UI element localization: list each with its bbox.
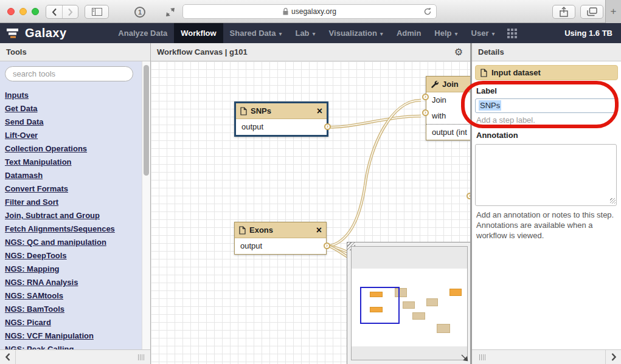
tool-section-link[interactable]: Fetch Alignments/Sequences [5,222,138,236]
minimap-content[interactable] [351,246,468,360]
node-title: Exons [249,225,273,235]
details-panel-title: Details [472,43,621,61]
storage-usage[interactable]: Using 1.6 TB [564,23,621,43]
fullscreen-button[interactable] [159,5,181,19]
tool-section-link[interactable]: NGS: Picard [5,316,138,329]
tool-section-link[interactable]: NGS: DeepTools [5,249,138,263]
annotation-field-wrap [475,143,617,208]
output-connector[interactable]: › [324,242,330,249]
canvas-header: Workflow Canvas | g101 ⚙ [151,43,470,61]
collapse-details-button[interactable] [605,350,621,364]
extension-1password-button[interactable]: 1 [129,5,151,19]
node-exons-header[interactable]: Exons × [235,222,326,238]
step-type-banner: Input dataset [475,65,618,80]
details-panel-body: Input dataset Label SNPs Add a step labe… [472,61,621,349]
step-label-input[interactable]: SNPs [475,98,617,113]
tool-section-link[interactable]: Text Manipulation [5,156,138,169]
annotation-help-text: Add an annotation or notes to this step.… [476,210,617,241]
sidebar-button[interactable] [85,5,109,19]
input-connector[interactable]: › [422,94,429,100]
share-button[interactable] [552,5,575,19]
tool-section-link[interactable]: NGS: Peak Calling [5,343,138,349]
tools-scrollbar-thumb[interactable] [144,65,149,176]
nav-item-visualization[interactable]: Visualization [322,23,390,43]
nav-item-shared-data[interactable]: Shared Data [223,23,289,43]
minimap-node [403,301,415,309]
node-join-header[interactable]: Join [426,77,470,92]
tool-section-link[interactable]: Convert Formats [5,182,138,196]
minimap-viewport[interactable] [360,287,400,324]
node-snps-header[interactable]: SNPs × [236,103,327,119]
file-icon [239,226,246,235]
details-footer-grip[interactable] [479,354,485,360]
address-bar[interactable]: usegalaxy.org [182,4,437,19]
nav-item-user[interactable]: User [465,23,502,43]
workflow-overview-minimap[interactable] [347,242,470,364]
nav-item-workflow[interactable]: Workflow [174,23,223,43]
nav-item-admin[interactable]: Admin [390,23,428,43]
tool-section-link[interactable]: Collection Operations [5,142,138,156]
tools-scrollbar-track[interactable] [142,61,150,349]
minimize-window-button[interactable] [19,8,27,15]
share-icon [560,7,568,17]
masthead-nav: Analyze DataWorkflowShared DataLabVisual… [111,23,501,43]
tool-section-link[interactable]: NGS: QC and manipulation [5,236,138,249]
refresh-button[interactable] [423,7,432,16]
tool-section-link[interactable]: Filter and Sort [5,196,138,209]
url-text: usegalaxy.org [291,7,336,16]
forward-button[interactable] [62,5,78,18]
collapse-tools-button[interactable] [0,350,16,364]
node-input-row: › with [426,108,470,124]
step-type-label: Input dataset [491,68,541,77]
tool-section-link[interactable]: Send Data [5,115,138,129]
lock-icon [283,8,288,15]
node-title: SNPs [251,106,271,115]
delete-node-icon[interactable]: × [316,225,322,235]
tools-footer-grip[interactable] [138,354,144,360]
output-connector[interactable]: › [324,123,331,130]
apps-grid-icon[interactable] [507,29,517,38]
tool-section-link[interactable]: NGS: VCF Manipulation [5,329,138,343]
annotation-textarea[interactable] [475,144,617,206]
tool-section-link[interactable]: NGS: BamTools [5,303,138,316]
zoom-window-button[interactable] [32,8,39,15]
nav-item-help[interactable]: Help [428,23,464,43]
close-window-button[interactable] [7,8,15,15]
tool-section-link[interactable]: Inputs [5,89,138,102]
input-label: with [432,111,446,120]
chevron-left-icon [5,353,10,361]
tool-section-link[interactable]: Join, Subtract and Group [5,209,138,222]
tool-section-link[interactable]: NGS: RNA Analysis [5,276,138,289]
workflow-canvas[interactable]: SNPs × output › Exons × output › [151,61,470,364]
plus-icon: + [611,5,617,18]
input-connector[interactable]: › [422,109,429,116]
minimap-resize-arrow-icon[interactable] [460,354,469,362]
file-icon [480,69,487,77]
node-snps[interactable]: SNPs × output › [234,101,328,137]
delete-node-icon[interactable]: × [317,106,322,116]
search-tools-input[interactable] [5,66,133,81]
workflow-options-gear-icon[interactable]: ⚙ [454,43,463,61]
nav-item-lab[interactable]: Lab [288,23,322,43]
node-join[interactable]: Join › Join › with output (int [426,76,470,140]
tool-section-link[interactable]: Get Data [5,102,138,115]
nav-item-analyze-data[interactable]: Analyze Data [111,23,174,43]
canvas-title: Workflow Canvas | g101 [157,47,248,57]
tool-section-link[interactable]: Datamash [5,169,138,182]
tabs-overview-button[interactable] [580,5,603,19]
back-button[interactable] [46,5,62,18]
new-tab-button[interactable]: + [605,0,621,23]
node-output-row: output (int [426,124,470,140]
tool-section-link[interactable]: NGS: SAMtools [5,289,138,303]
chevron-right-icon [611,353,616,361]
galaxy-logo[interactable]: Galaxy [0,23,73,43]
node-title: Join [442,80,459,89]
chevron-left-icon [52,8,57,16]
label-heading: Label [476,86,617,95]
tool-section-link[interactable]: Lift-Over [5,129,138,142]
tabs-icon [587,7,597,16]
tool-section-link[interactable]: NGS: Mapping [5,263,138,276]
page: 1 usegalaxy.org + [0,0,621,364]
clipped-input-connector[interactable]: › [467,193,470,199]
node-exons[interactable]: Exons × output › [234,222,327,255]
